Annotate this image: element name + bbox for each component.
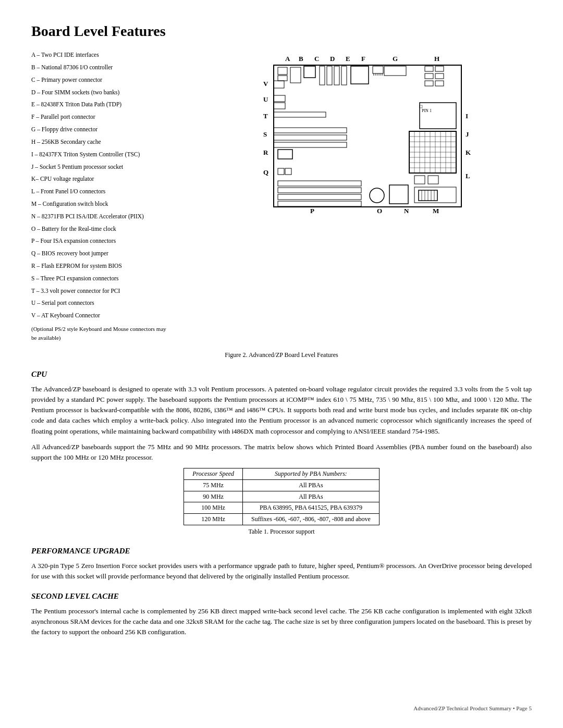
legend-item-b: B – National 87306 I/O controller <box>31 63 167 72</box>
svg-rect-69 <box>274 103 285 109</box>
processor-table: Processor Speed Supported by PBA Numbers… <box>183 468 380 525</box>
legend-item-n: N – 82371FB PCI ISA/IDE Accelerator (PII… <box>31 212 167 221</box>
table-cell-speed: 120 MHz <box>184 514 243 525</box>
svg-text:R: R <box>263 149 268 156</box>
svg-rect-28 <box>327 66 332 85</box>
legend-item-p: P – Four ISA expansion connectors <box>31 237 167 246</box>
svg-rect-82 <box>389 185 408 204</box>
cpu-paragraph-1: The Advanced/ZP baseboard is designed to… <box>31 384 532 437</box>
svg-rect-80 <box>278 201 361 206</box>
svg-text:D: D <box>330 55 335 63</box>
svg-rect-43 <box>425 81 433 86</box>
svg-text:L: L <box>466 172 470 180</box>
svg-text:P: P <box>310 207 314 215</box>
svg-rect-38 <box>384 66 406 76</box>
svg-rect-45 <box>420 103 456 129</box>
legend-item-q: Q – BIOS recovery boot jumper <box>31 249 167 258</box>
legend-item-s: S – Three PCI expansion connectors <box>31 274 167 283</box>
svg-text:A: A <box>285 55 290 63</box>
performance-paragraph: A 320-pin Type 5 Zero Insertion Force so… <box>31 561 532 582</box>
svg-rect-78 <box>278 188 361 193</box>
table-row: 120 MHzSuffixes -606, -607, -806, -807, … <box>184 514 380 525</box>
svg-text:O: O <box>377 207 382 215</box>
legend-item-j: J – Socket 5 Pentium processor socket <box>31 163 167 172</box>
legend-item-v: V – AT Keyboard Connector <box>31 311 167 320</box>
svg-rect-67 <box>274 81 284 88</box>
svg-text:T: T <box>263 112 268 120</box>
cache-section-title: SECOND LEVEL CACHE <box>31 591 532 602</box>
table-cell-speed: 90 MHz <box>184 491 243 502</box>
svg-text:E: E <box>346 55 350 63</box>
svg-rect-42 <box>435 73 444 79</box>
table-header-speed: Processor Speed <box>184 468 243 479</box>
legend-item-i: I – 82437FX Triton System Controller (TS… <box>31 150 167 159</box>
table-cell-pba: Suffixes -606, -607, -806, -807, -808 an… <box>243 514 380 525</box>
svg-rect-75 <box>278 168 284 175</box>
svg-rect-41 <box>425 73 433 79</box>
svg-rect-31 <box>351 66 369 84</box>
legend-item-f: F – Parallel port connector <box>31 113 167 122</box>
legend-item-m: M – Configuration switch block <box>31 200 167 209</box>
svg-rect-68 <box>274 95 285 102</box>
svg-rect-64 <box>414 176 425 184</box>
svg-text:B: B <box>299 55 303 63</box>
board-diagram-svg: A B C D E F G H V U T S R Q I J K L P O … <box>177 51 532 217</box>
svg-rect-40 <box>435 66 444 71</box>
svg-rect-74 <box>278 150 292 159</box>
table-header-pba: Supported by PBA Numbers: <box>243 468 380 479</box>
table-row: 75 MHzAll PBAs <box>184 479 380 491</box>
legend-item-u: U – Serial port connectors <box>31 299 167 308</box>
svg-rect-26 <box>304 66 315 78</box>
svg-rect-70 <box>274 112 326 117</box>
svg-text:U: U <box>263 95 268 103</box>
svg-text:C: C <box>314 55 319 63</box>
svg-text:I: I <box>466 112 468 120</box>
legend-item-o: O – Battery for the Real-time clock <box>31 225 167 234</box>
svg-rect-30 <box>341 66 347 85</box>
svg-text:H: H <box>434 55 439 63</box>
svg-text:Q: Q <box>263 168 268 176</box>
legend-item-c: C – Primary power connector <box>31 76 167 85</box>
svg-rect-71 <box>274 128 347 133</box>
legend-item-l: L – Front Panel I/O connectors <box>31 187 167 196</box>
table-cell-pba: All PBAs <box>243 479 380 491</box>
svg-text:M: M <box>433 207 439 215</box>
legend-item-a: A – Two PCI IDE interfaces <box>31 51 167 60</box>
svg-rect-29 <box>334 66 339 85</box>
svg-rect-79 <box>278 194 361 200</box>
cpu-section-title: CPU <box>31 369 532 380</box>
svg-text:N: N <box>404 207 409 215</box>
legend-item-d: D – Four SIMM sockets (two banks) <box>31 88 167 97</box>
svg-text:F: F <box>361 55 365 63</box>
legend-item-h: H – 256KB Secondary cache <box>31 138 167 147</box>
svg-rect-77 <box>278 181 361 186</box>
svg-text:G: G <box>393 55 398 63</box>
legend-items: A – Two PCI IDE interfaces B – National … <box>31 51 167 320</box>
svg-rect-23 <box>278 67 287 75</box>
svg-text:K: K <box>466 149 471 156</box>
legend-note: (Optional PS/2 style Keyboard and Mouse … <box>31 325 167 342</box>
page-title: Board Level Features <box>31 21 532 41</box>
svg-rect-32 <box>373 66 383 73</box>
svg-rect-27 <box>320 66 325 85</box>
table-cell-pba: All PBAs <box>243 491 380 502</box>
legend-item-r: R – Flash EEPROM for system BIOS <box>31 262 167 271</box>
legend-item-k: K– CPU voltage regulator <box>31 175 167 184</box>
table-cell-speed: 75 MHz <box>184 479 243 491</box>
svg-rect-44 <box>435 81 444 86</box>
table-cell-pba: PBA 638995, PBA 641525, PBA 639379 <box>243 502 380 514</box>
svg-rect-65 <box>428 176 438 184</box>
svg-rect-76 <box>285 168 291 175</box>
svg-rect-72 <box>274 135 347 140</box>
svg-text:PIN 1: PIN 1 <box>422 108 432 113</box>
svg-rect-73 <box>274 142 347 147</box>
table-row: 90 MHzAll PBAs <box>184 491 380 502</box>
cpu-paragraph-2: All Advanced/ZP baseboards support the 7… <box>31 442 532 463</box>
table-caption: Table 1. Processor support <box>31 527 532 536</box>
board-diagram-area: A B C D E F G H V U T S R Q I J K L P O … <box>177 51 532 346</box>
legend: A – Two PCI IDE interfaces B – National … <box>31 51 167 346</box>
cache-paragraph: The Pentium processor's internal cache i… <box>31 606 532 637</box>
legend-item-e: E – 82438FX Triton Data Path (TDP) <box>31 100 167 109</box>
svg-rect-39 <box>425 66 433 71</box>
legend-item-g: G – Floppy drive connector <box>31 125 167 134</box>
